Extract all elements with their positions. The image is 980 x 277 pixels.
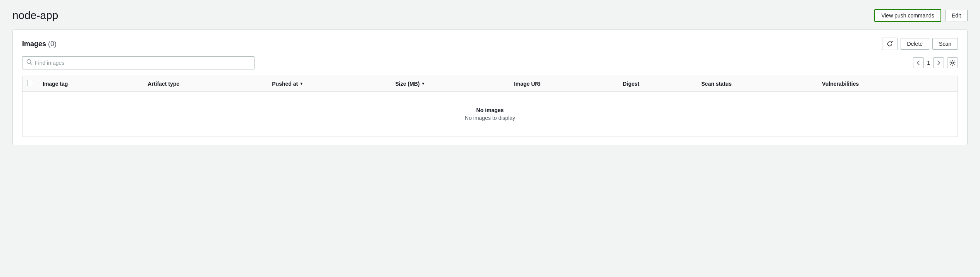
chevron-left-icon xyxy=(917,61,920,65)
delete-button[interactable]: Delete xyxy=(901,38,929,50)
empty-state-row: No images No images to display xyxy=(22,92,958,137)
pagination-next-button[interactable] xyxy=(933,57,944,68)
th-size-mb-label: Size (MB) xyxy=(395,81,420,87)
page-header: node-app View push commands Edit xyxy=(12,9,968,22)
card-actions: Delete Scan xyxy=(882,38,958,50)
th-pushed-at[interactable]: Pushed at ▼ xyxy=(267,76,390,92)
search-row: 1 xyxy=(22,56,958,69)
th-size-mb-sortable: Size (MB) ▼ xyxy=(395,81,505,87)
refresh-icon xyxy=(886,40,893,47)
empty-state-title: No images xyxy=(22,107,958,113)
th-pushed-at-sortable: Pushed at ▼ xyxy=(272,81,386,87)
view-push-commands-button[interactable]: View push commands xyxy=(874,9,941,22)
scan-button[interactable]: Scan xyxy=(932,38,958,50)
card-title-group: Images (0) xyxy=(22,40,57,48)
card-header: Images (0) Delete Scan xyxy=(22,38,958,50)
search-input[interactable] xyxy=(35,60,250,66)
th-pushed-at-label: Pushed at xyxy=(272,81,298,87)
th-digest[interactable]: Digest xyxy=(618,76,697,92)
th-digest-label: Digest xyxy=(623,81,640,87)
svg-line-1 xyxy=(31,63,32,65)
card-title: Images (0) xyxy=(22,40,57,48)
th-scan-status[interactable]: Scan status xyxy=(697,76,818,92)
pagination-row: 1 xyxy=(913,57,958,68)
card-title-count: (0) xyxy=(48,40,57,48)
th-image-uri-label: Image URI xyxy=(514,81,540,87)
size-sort-icon: ▼ xyxy=(421,81,425,86)
refresh-button[interactable] xyxy=(882,38,897,50)
select-all-checkbox[interactable] xyxy=(27,80,33,86)
page-wrapper: node-app View push commands Edit Images … xyxy=(0,0,980,277)
pagination-prev-button[interactable] xyxy=(913,57,924,68)
th-size-mb[interactable]: Size (MB) ▼ xyxy=(391,76,509,92)
empty-state: No images No images to display xyxy=(22,92,958,137)
search-icon xyxy=(26,59,33,67)
th-checkbox xyxy=(22,76,38,92)
page-title: node-app xyxy=(12,9,58,22)
th-artifact-type[interactable]: Artifact type xyxy=(143,76,267,92)
th-vulnerabilities[interactable]: Vulnerabilities xyxy=(817,76,958,92)
header-actions: View push commands Edit xyxy=(874,9,968,22)
images-table: Image tag Artifact type Pushed at ▼ xyxy=(22,76,958,137)
pushed-at-sort-icon: ▼ xyxy=(299,81,303,86)
th-image-tag[interactable]: Image tag xyxy=(38,76,143,92)
th-scan-status-label: Scan status xyxy=(701,81,732,87)
th-image-tag-label: Image tag xyxy=(43,81,68,87)
images-table-container: Image tag Artifact type Pushed at ▼ xyxy=(22,76,958,137)
th-artifact-type-label: Artifact type xyxy=(148,81,179,87)
empty-state-subtitle: No images to display xyxy=(22,115,958,121)
pagination-current-page: 1 xyxy=(927,60,930,66)
th-vulnerabilities-label: Vulnerabilities xyxy=(822,81,859,87)
gear-icon xyxy=(949,60,956,66)
chevron-right-icon xyxy=(937,61,940,65)
th-image-uri[interactable]: Image URI xyxy=(509,76,618,92)
card-title-text: Images xyxy=(22,40,46,48)
search-box-container xyxy=(22,56,254,69)
table-header-row: Image tag Artifact type Pushed at ▼ xyxy=(22,76,958,92)
images-content-card: Images (0) Delete Scan xyxy=(12,29,968,145)
column-settings-button[interactable] xyxy=(947,57,958,68)
edit-button[interactable]: Edit xyxy=(945,10,968,21)
svg-point-2 xyxy=(952,62,954,64)
